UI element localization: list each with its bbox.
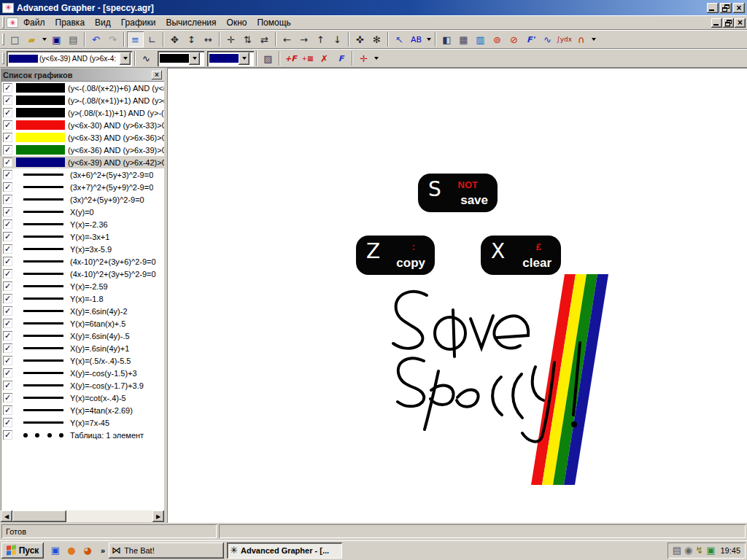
input-language-icon[interactable]: ▤ <box>673 545 681 556</box>
panel-close-icon[interactable]: × <box>152 71 162 79</box>
graph-canvas[interactable]: S NOT save Z : copy X £ clear <box>167 68 747 523</box>
graph-visibility-checkbox[interactable]: ✓ <box>3 294 12 303</box>
scroll-left-icon[interactable]: ◀ <box>1 510 12 522</box>
zoom-out-xy-button[interactable]: ✥ <box>166 31 183 47</box>
graph-list-item[interactable]: ✓X(y)=.6sin(4y)-2 <box>1 305 164 317</box>
format-panel-button[interactable]: ◧ <box>438 31 455 47</box>
dropdown-arrow-icon[interactable] <box>372 50 380 66</box>
graph-list-item[interactable]: ✓Таблица: 1 элемент <box>1 429 164 441</box>
integral-button[interactable]: ∫ydx <box>556 31 573 47</box>
graph-list-item[interactable]: ✓Y(x)=6tan(x)+.5 <box>1 317 164 330</box>
zoom-out-y-button[interactable]: ↕ <box>183 31 200 47</box>
menu-item[interactable]: Файл <box>18 16 50 29</box>
default-scale-button[interactable]: ✜ <box>352 31 368 47</box>
graph-visibility-checkbox[interactable]: ✓ <box>3 170 12 179</box>
restore-button[interactable] <box>720 3 732 13</box>
graph-visibility-checkbox[interactable]: ✓ <box>3 145 12 155</box>
device-status-icon[interactable]: ▣ <box>706 545 715 556</box>
graph-visibility-checkbox[interactable]: ✓ <box>3 219 12 229</box>
graph-visibility-checkbox[interactable]: ✓ <box>3 133 12 142</box>
trace-coordinates-button[interactable]: ↖ <box>391 31 408 47</box>
graph-list-item[interactable]: ✓Y(x)=(.5/x-.4)-5.5 <box>1 354 164 367</box>
zoom-in-y-button[interactable]: ⇅ <box>239 31 256 47</box>
fit-scale-button[interactable]: ✻ <box>368 31 385 47</box>
zoom-out-x-button[interactable]: ↔ <box>200 31 217 47</box>
menu-item[interactable]: Графики <box>116 16 161 29</box>
curve-button[interactable]: ∿ <box>539 31 556 47</box>
scrollbar-thumb[interactable] <box>12 510 66 522</box>
scroll-right-icon[interactable]: ▶ <box>152 510 164 522</box>
move-left-button[interactable]: ← <box>279 31 295 47</box>
graph-list-item[interactable]: ✓(3x+7)^2+(5y+9)^2-9=0 <box>1 181 164 193</box>
graph-list-item[interactable]: ✓Y(x)=-2.59 <box>1 280 164 292</box>
graph-list-item[interactable]: ✓X(y)=-cos(y-1.7)+3.9 <box>1 379 164 392</box>
fill-color-combo[interactable] <box>207 51 254 66</box>
graph-visibility-checkbox[interactable]: ✓ <box>3 418 12 427</box>
firefox-icon[interactable]: ● <box>65 544 78 557</box>
line-color-combo[interactable] <box>158 51 204 66</box>
graph-visibility-checkbox[interactable]: ✓ <box>3 207 12 217</box>
graph-visibility-checkbox[interactable]: ✓ <box>3 343 12 353</box>
graph-list-item[interactable]: ✓(y<6x-36) AND (y>6x-39)>0 <box>1 144 164 156</box>
chevron-icon[interactable]: » <box>99 546 107 555</box>
graph-list-item[interactable]: ✓Y(x)=-2.36 <box>1 218 164 230</box>
toolbar-grip[interactable] <box>2 17 4 28</box>
save-button[interactable]: ▣ <box>48 31 65 47</box>
graph-list-item[interactable]: ✓(y>(.08/(x-1))+1) AND (y>-(. <box>1 106 164 119</box>
add-graph-button[interactable]: +F <box>282 50 299 66</box>
horizontal-scrollbar[interactable]: ◀ ▶ <box>1 510 164 522</box>
graph-visibility-checkbox[interactable]: ✓ <box>3 108 12 117</box>
graph-visibility-checkbox[interactable]: ✓ <box>3 83 12 93</box>
graph-visibility-checkbox[interactable]: ✓ <box>3 257 12 266</box>
graph-visibility-checkbox[interactable]: ✓ <box>3 405 12 415</box>
title-bar[interactable]: ✳ Advanced Grapher - [speccy.agr] × <box>0 0 747 15</box>
graph-visibility-checkbox[interactable]: ✓ <box>3 306 12 316</box>
minimize-button[interactable] <box>707 3 719 13</box>
graph-list-item[interactable]: ✓(y<6x-39) AND (y>6x-42)>0 <box>1 156 164 168</box>
close-button[interactable]: × <box>733 3 745 13</box>
graph-list-item[interactable]: ✓(y<6x-30) AND (y>6x-33)>0 <box>1 119 164 131</box>
graph-visibility-checkbox[interactable]: ✓ <box>3 195 12 204</box>
dropdown-arrow-icon[interactable] <box>425 31 433 47</box>
dropdown-arrow-icon[interactable] <box>589 31 597 47</box>
intersection-button[interactable]: ⊘ <box>506 31 522 47</box>
graph-visibility-checkbox[interactable]: ✓ <box>3 381 12 390</box>
graph-visibility-checkbox[interactable]: ✓ <box>3 120 12 130</box>
hardware-unplug-icon[interactable]: ↯ <box>695 545 703 556</box>
mdi-close-button[interactable]: × <box>735 18 746 28</box>
graph-list-item[interactable]: ✓(y<-(.08/(x+2))+6) AND (y<( <box>1 82 164 94</box>
graph-visibility-checkbox[interactable]: ✓ <box>3 393 12 402</box>
line-style-button[interactable]: ∿ <box>138 50 155 66</box>
graph-properties-button[interactable]: ▨ <box>260 50 276 66</box>
graph-visibility-checkbox[interactable]: ✓ <box>3 281 12 291</box>
graph-visibility-checkbox[interactable]: ✓ <box>3 232 12 241</box>
regression-button[interactable]: ⊚ <box>489 31 506 47</box>
delete-graph-button[interactable]: ✗ <box>316 50 333 66</box>
add-table-button[interactable]: +▦ <box>299 50 316 66</box>
graph-visibility-checkbox[interactable]: ✓ <box>3 96 12 105</box>
document-icon[interactable]: ✳ <box>7 18 18 28</box>
graph-list-item[interactable]: ✓X(y)=-cos(y-1.5)+3 <box>1 367 164 379</box>
graph-list-item[interactable]: ✓X(y)=.6sin(4y)-.5 <box>1 330 164 342</box>
graph-list-item[interactable]: ✓Y(x)=-3x+1 <box>1 230 164 243</box>
graph-list-item[interactable]: ✓Y(x)=7x-45 <box>1 416 164 429</box>
graph-visibility-checkbox[interactable]: ✓ <box>3 244 12 254</box>
graph-list-item[interactable]: ✓(3x)^2+(5y+9)^2-9=0 <box>1 193 164 206</box>
zoom-in-xy-button[interactable]: ✛ <box>222 31 239 47</box>
menu-item[interactable]: Помощь <box>252 16 295 29</box>
zoom-in-x-button[interactable]: ⇄ <box>256 31 273 47</box>
open-file-button[interactable]: ▰ <box>23 31 40 47</box>
menu-item[interactable]: Окно <box>222 16 252 29</box>
graph-list-item[interactable]: ✓Y(x)=-1.8 <box>1 292 164 305</box>
move-right-button[interactable]: → <box>295 31 312 47</box>
graph-visibility-checkbox[interactable]: ✓ <box>3 182 12 192</box>
graph-list-item[interactable]: ✓Y(x)=4tan(x-2.69) <box>1 404 164 416</box>
graph-list-item[interactable]: ✓(y>-(.08/(x+1))+1) AND (y>( <box>1 94 164 106</box>
menu-item[interactable]: Вид <box>90 16 116 29</box>
distribution-button[interactable]: ∩ <box>573 31 589 47</box>
graph-list-item[interactable]: ✓X(y)=0 <box>1 206 164 218</box>
undo-button[interactable]: ↶ <box>88 31 104 47</box>
derivative-button[interactable]: F' <box>522 31 539 47</box>
mdi-minimize-button[interactable] <box>711 18 722 28</box>
graph-visibility-checkbox[interactable]: ✓ <box>3 430 12 440</box>
